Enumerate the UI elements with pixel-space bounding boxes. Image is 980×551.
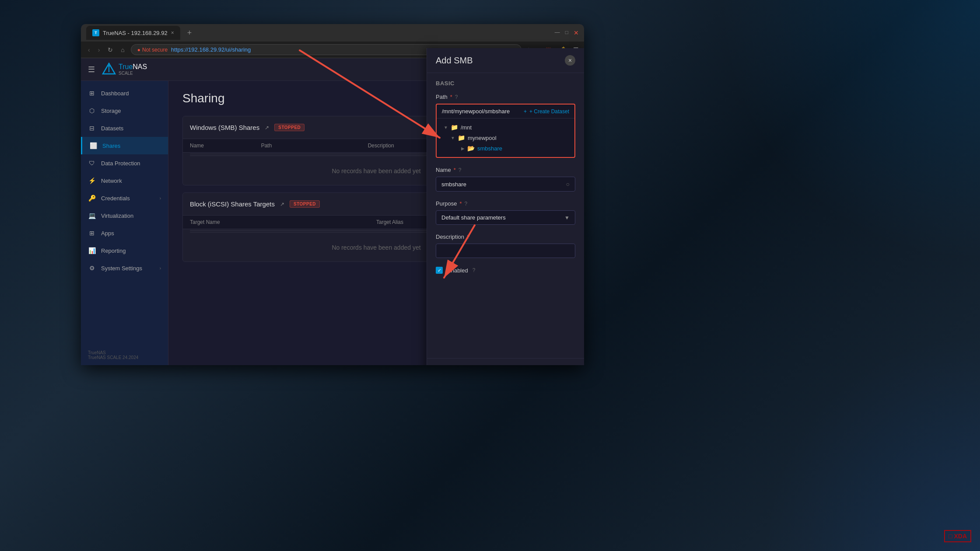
sidebar-item-dashboard[interactable]: ⊞ Dashboard [81,84,168,102]
sidebar-label-storage: Storage [101,108,121,114]
sidebar-item-data-protection[interactable]: 🛡 Data Protection [81,154,168,172]
name-field-label: Name * ? [436,167,575,173]
sidebar-label-datasets: Datasets [101,125,123,132]
close-btn[interactable]: ✕ [574,29,579,36]
svg-point-2 [108,65,110,67]
description-help-icon[interactable]: ? [467,234,470,240]
name-field: Name * ? ○ [436,167,575,192]
footer-truenas: TrueNAS [88,350,161,355]
network-icon: ⚡ [88,177,96,185]
folder-icon-smbshare: 📂 [467,145,475,152]
description-field-label: Description ? [436,234,575,240]
sidebar-item-virtualization[interactable]: 💻 Virtualization [81,207,168,224]
create-dataset-button[interactable]: + + Create Dataset [524,108,569,115]
purpose-select-arrow-icon: ▼ [564,215,570,221]
sidebar-label-data-protection: Data Protection [101,160,140,167]
sidebar: ⊞ Dashboard ⬡ Storage ⊟ Datasets ⬜ Share… [81,81,168,365]
smb-section-title: Windows (SMB) Shares [190,124,259,131]
forward-button[interactable]: › [96,45,102,54]
logo-true: True [119,63,133,71]
sidebar-item-datasets[interactable]: ⊟ Datasets [81,119,168,137]
virtualization-icon: 💻 [88,212,96,220]
external-link-icon[interactable]: ↗ [265,125,269,131]
description-input-wrapper [436,244,575,258]
description-field: Description ? [436,234,575,258]
not-secure-indicator: ● Not secure [137,47,168,53]
col-target-name: Target Name [190,219,376,225]
app-main: ☰ True NAS SCALE [81,58,584,365]
sidebar-label-credentials: Credentials [101,195,130,202]
path-help-icon[interactable]: ? [455,94,458,100]
path-field-label: Path * ? [436,94,575,100]
panel-footer: Save Advanced Options [427,358,584,365]
system-settings-chevron-icon: › [160,266,161,271]
enabled-checkbox[interactable]: ✓ [436,267,443,274]
bg-glow-left [718,0,980,262]
minimize-btn[interactable]: — [555,29,560,36]
reporting-icon: 📊 [88,247,96,255]
path-tree: ▼ 📁 /mnt ▼ 📁 mynewpool [437,119,574,157]
sidebar-label-reporting: Reporting [101,248,126,254]
data-protection-icon: 🛡 [88,159,96,167]
purpose-field-label: Purpose * ? [436,200,575,207]
sidebar-item-shares[interactable]: ⬜ Shares [81,137,168,154]
sidebar-label-virtualization: Virtualization [101,213,133,219]
name-clear-icon[interactable]: ○ [566,181,570,188]
credentials-chevron-icon: › [160,196,161,201]
new-tab-button[interactable]: + [184,28,196,38]
sidebar-item-storage[interactable]: ⬡ Storage [81,102,168,119]
datasets-icon: ⊟ [88,124,96,132]
tree-item-pool[interactable]: ▼ 📁 mynewpool [440,133,571,143]
sidebar-label-apps: Apps [101,230,114,237]
tree-label-mnt: /mnt [461,124,472,131]
tab-favicon: T [92,29,99,36]
iscsi-external-link-icon[interactable]: ↗ [280,201,284,207]
tab-close-btn[interactable]: × [171,30,174,36]
name-input[interactable] [441,181,566,188]
shares-icon: ⬜ [89,142,97,150]
expand-icon-mnt: ▼ [444,125,448,130]
tree-label-pool: mynewpool [468,135,497,141]
sidebar-item-network[interactable]: ⚡ Network [81,172,168,189]
add-smb-panel: Add SMB × Basic Path * ? [427,81,584,365]
name-label-text: Name [436,167,451,173]
tab-title: TrueNAS - 192.168.29.92 [103,30,168,36]
browser-window: T TrueNAS - 192.168.29.92 × + — □ ✕ ‹ › … [81,24,584,365]
tree-label-smbshare: smbshare [477,145,502,152]
home-button[interactable]: ⌂ [119,45,126,54]
logo-scale: SCALE [119,71,147,76]
name-help-icon[interactable]: ? [458,167,462,173]
expand-icon-pool: ▼ [451,136,455,140]
purpose-field: Purpose * ? Default share parameters ▼ [436,200,575,225]
basic-section-label: Basic [436,81,575,87]
sidebar-item-credentials[interactable]: 🔑 Credentials › [81,189,168,207]
path-input[interactable] [442,108,524,115]
maximize-btn[interactable]: □ [565,29,568,36]
sidebar-item-system-settings[interactable]: ⚙ System Settings › [81,259,168,277]
panel-content: Basic Path * ? [427,81,584,358]
truenas-logo-icon [102,63,116,77]
sidebar-item-apps[interactable]: ⊞ Apps [81,224,168,242]
sidebar-item-reporting[interactable]: 📊 Reporting [81,242,168,259]
window-controls: — □ ✕ [555,29,579,36]
back-button[interactable]: ‹ [86,45,92,54]
name-required-marker: * [454,167,456,173]
refresh-button[interactable]: ↻ [106,45,115,54]
sidebar-label-dashboard: Dashboard [101,90,129,97]
purpose-help-icon[interactable]: ? [464,201,467,207]
description-input[interactable] [441,248,570,254]
dashboard-icon: ⊞ [88,89,96,97]
tree-item-smbshare[interactable]: ▶ 📂 smbshare [440,143,571,153]
purpose-select[interactable]: Default share parameters ▼ [436,210,575,225]
description-label-text: Description [436,234,464,240]
enabled-help-icon[interactable]: ? [472,267,476,273]
hamburger-button[interactable]: ☰ [88,65,95,74]
browser-tab[interactable]: T TrueNAS - 192.168.29.92 × [86,26,180,40]
tree-item-mnt[interactable]: ▼ 📁 /mnt [440,122,571,133]
path-input-row: + + Create Dataset [437,105,574,119]
folder-icon-mnt: 📁 [451,124,458,131]
smb-status-badge: STOPPED [274,124,304,131]
logo-nas: NAS [133,63,147,71]
url-display: https://192.168.29.92/ui/sharing [171,46,251,53]
sidebar-footer: TrueNAS TrueNAS SCALE 24.2024 [81,345,168,365]
